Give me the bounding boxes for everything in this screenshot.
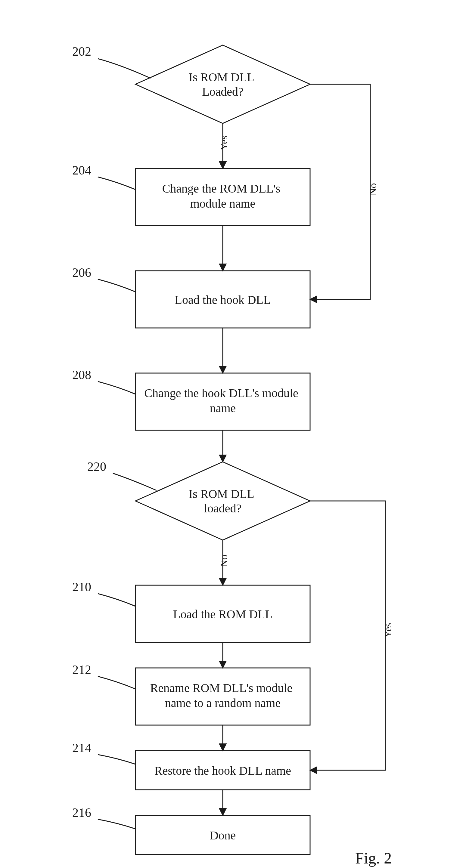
ref-204: 204 (72, 163, 136, 190)
ref-214: 214 (72, 741, 136, 764)
node-212: Rename ROM DLL's module name to a random… (136, 668, 310, 725)
svg-marker-12 (136, 462, 310, 540)
edge-220-214 (310, 501, 385, 770)
node-202-line-0: Is ROM DLL (189, 70, 254, 84)
node-208-line-0: Change the hook DLL's module (144, 386, 298, 400)
edge-220-214-label: Yes (382, 623, 394, 638)
node-212-line-0: Rename ROM DLL's module (150, 681, 293, 695)
node-202-line-1: Loaded? (202, 85, 243, 98)
node-206-line-0: Load the hook DLL (175, 293, 271, 307)
node-202: Is ROM DLL Loaded? (136, 45, 310, 123)
svg-text:208: 208 (72, 368, 91, 382)
ref-216: 216 (72, 806, 136, 829)
svg-marker-0 (136, 45, 310, 123)
svg-text:216: 216 (72, 806, 91, 819)
flowchart: Is ROM DLL Loaded? 202 Change the ROM DL… (0, 0, 466, 868)
svg-text:Load the ROM DLL: Load the ROM DLL (173, 608, 272, 621)
node-208-line-1: name (210, 401, 236, 415)
svg-text:206: 206 (72, 266, 91, 279)
node-216-line-0: Done (210, 829, 236, 842)
ref-212: 212 (72, 663, 136, 689)
svg-text:Done: Done (210, 829, 236, 842)
node-210-line-0: Load the ROM DLL (173, 608, 272, 621)
node-220-line-1: loaded? (204, 501, 241, 515)
ref-208: 208 (72, 368, 136, 394)
node-204: Change the ROM DLL's module name (136, 168, 310, 226)
node-216: Done (136, 815, 310, 855)
edge-220-210-label: No (218, 555, 229, 567)
svg-text:220: 220 (87, 460, 106, 473)
ref-206: 206 (72, 266, 136, 292)
node-204-line-0: Change the ROM DLL's (162, 182, 281, 195)
ref-220: 220 (87, 460, 156, 490)
figure-caption: Fig. 2 (355, 850, 391, 867)
node-204-line-1: module name (190, 197, 256, 210)
svg-text:Load the hook DLL: Load the hook DLL (175, 293, 271, 307)
node-220-line-0: Is ROM DLL (189, 487, 254, 501)
node-208: Change the hook DLL's module name (136, 373, 310, 430)
node-214: Restore the hook DLL name (136, 751, 310, 790)
svg-text:212: 212 (72, 663, 91, 677)
node-212-line-1: name to a random name (165, 696, 281, 710)
svg-text:Restore the hook DLL name: Restore the hook DLL name (154, 764, 291, 777)
node-220: Is ROM DLL loaded? (136, 462, 310, 540)
edge-202-204-label: Yes (218, 136, 229, 150)
node-206: Load the hook DLL (136, 271, 310, 328)
edge-202-206 (310, 84, 370, 299)
svg-text:204: 204 (72, 163, 91, 177)
svg-text:202: 202 (72, 44, 91, 58)
ref-202: 202 (72, 44, 150, 78)
svg-text:210: 210 (72, 580, 91, 594)
ref-210: 210 (72, 580, 136, 606)
edge-202-206-label: No (367, 183, 378, 195)
node-214-line-0: Restore the hook DLL name (154, 764, 291, 777)
svg-text:214: 214 (72, 741, 91, 755)
node-210: Load the ROM DLL (136, 585, 310, 642)
